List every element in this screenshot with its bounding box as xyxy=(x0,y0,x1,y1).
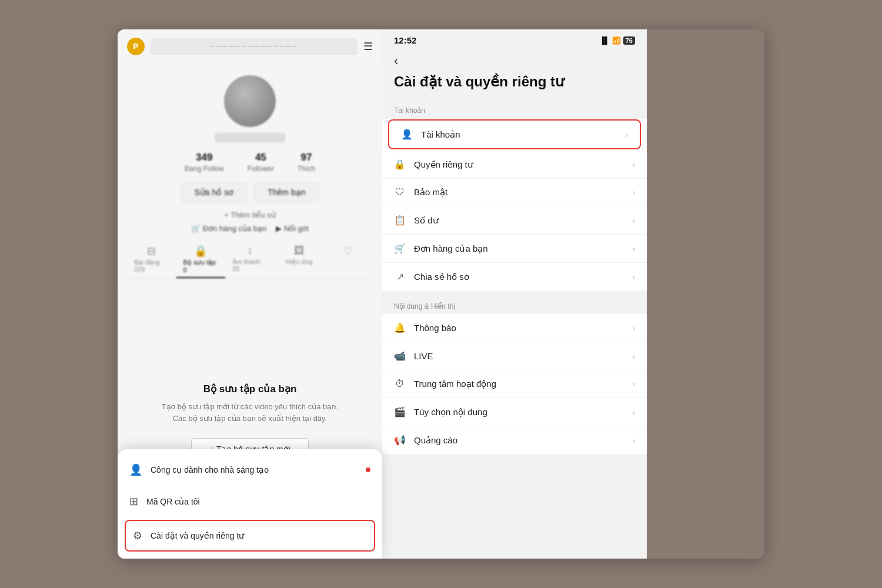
settings-thong-bao[interactable]: 🔔 Thông báo › xyxy=(382,314,647,342)
tab-heart[interactable]: ♡ xyxy=(323,240,373,278)
settings-title: Cài đặt và quyền riêng tư xyxy=(382,71,647,99)
live-chevron: › xyxy=(632,352,635,361)
hamburger-icon[interactable]: ☰ xyxy=(363,40,373,53)
tab-am-thanh-label: Âm thanh 25 xyxy=(232,258,268,272)
tuy-chon-chevron: › xyxy=(632,407,635,417)
bao-mat-label: Bảo mật xyxy=(414,187,632,198)
likes-label: Thích xyxy=(298,165,315,173)
bo-suu-tap-title: Bộ sưu tập của bạn xyxy=(203,383,297,395)
action-buttons: Sửa hồ sơ Thêm bạn xyxy=(181,182,319,202)
tai-khoan-icon: 👤 xyxy=(401,129,413,140)
settings-content: Tài khoản 👤 Tài khoản › 🔒 Quyền riêng tư… xyxy=(382,99,647,559)
bo-suu-tap-desc: Tạo bộ sưu tập mới từ các video yêu thíc… xyxy=(162,401,338,424)
trung-tam-label: Trung tâm hoạt động xyxy=(414,379,632,389)
tab-am-thanh[interactable]: ↕ Âm thanh 25 xyxy=(225,240,275,278)
username-text: ────────────── xyxy=(209,43,298,50)
menu-item-cai-dat[interactable]: ⚙ Cài đặt và quyền riêng tư xyxy=(125,520,375,552)
bao-mat-chevron: › xyxy=(632,188,635,197)
tab-bo-suu-tap-label: Bộ sưu tập 0 xyxy=(183,259,219,273)
settings-so-du[interactable]: 📋 Số dư › xyxy=(382,206,647,235)
stat-followers: 45 Follower xyxy=(248,152,274,173)
tuy-chon-icon: 🎬 xyxy=(394,406,406,417)
don-hang-link[interactable]: 🛒 Đơn hàng của bạn xyxy=(191,224,266,233)
stat-likes: 97 Thích xyxy=(298,152,315,173)
quyen-rieng-tu-icon: 🔒 xyxy=(394,159,406,170)
cai-dat-label: Cài đặt và quyền riêng tư xyxy=(151,531,244,540)
tuy-chon-label: Tùy chọn nội dung xyxy=(414,407,632,417)
settings-don-hang[interactable]: 🛒 Đơn hàng của bạn › xyxy=(382,235,647,263)
chia-se-chevron: › xyxy=(632,272,635,282)
thong-bao-label: Thông báo xyxy=(414,323,632,333)
don-hang-chevron: › xyxy=(632,244,635,253)
status-icons: ▐▌ 📶 76 xyxy=(600,36,635,45)
tab-bai-dang[interactable]: ⊟ Bài đăng 229 xyxy=(127,240,176,278)
ma-qr-label: Mã QR của tôi xyxy=(146,497,200,506)
stat-following: 349 Đang Follow xyxy=(185,152,224,173)
tai-khoan-label: Tài khoản xyxy=(421,129,625,140)
username-display xyxy=(215,133,285,142)
wifi-icon: 📶 xyxy=(612,36,621,45)
quyen-rieng-tu-label: Quyền riêng tư xyxy=(414,159,632,170)
live-icon: 📹 xyxy=(394,350,406,362)
avatar xyxy=(224,75,276,127)
tab-hieu-ung-label: Hiệu ứng xyxy=(286,258,313,266)
status-time: 12:52 xyxy=(394,35,416,45)
don-hang-settings-icon: 🛒 xyxy=(394,243,406,254)
tab-bo-suu-tap[interactable]: 🔒 Bộ sưu tập 0 xyxy=(176,240,226,278)
settings-tuy-chon-noi-dung[interactable]: 🎬 Tùy chọn nội dung › xyxy=(382,398,647,426)
extra-links: 🛒 Đơn hàng của bạn ▶ Nối gót xyxy=(191,224,309,233)
settings-trung-tam-hoat-dong[interactable]: ⏱ Trung tâm hoạt động › xyxy=(382,370,647,398)
red-dot xyxy=(366,467,370,472)
status-bar: 12:52 ▐▌ 📶 76 xyxy=(382,29,647,49)
noi-dung-group: 🔔 Thông báo › 📹 LIVE › ⏱ Trung tâm hoạt … xyxy=(382,314,647,454)
quang-cao-chevron: › xyxy=(632,436,635,445)
hieu-ung-icon: 🖼 xyxy=(294,245,305,257)
cong-cu-label: Công cụ dành cho nhà sáng tạo xyxy=(151,465,269,475)
so-du-label: Số dư xyxy=(414,215,632,226)
bao-mat-icon: 🛡 xyxy=(394,187,406,198)
followers-label: Follower xyxy=(248,165,274,173)
section-noi-dung-label: Nội dung & Hiển thị xyxy=(382,295,647,314)
menu-item-cong-cu[interactable]: 👤 Công cụ dành cho nhà sáng tạo xyxy=(118,454,382,486)
following-count: 349 xyxy=(196,152,212,163)
so-du-icon: 📋 xyxy=(394,215,406,226)
cong-cu-icon: 👤 xyxy=(129,463,142,476)
tai-khoan-chevron: › xyxy=(625,130,628,139)
battery-indicator: 76 xyxy=(623,36,635,45)
quyen-rieng-tu-chevron: › xyxy=(632,160,635,169)
settings-live[interactable]: 📹 LIVE › xyxy=(382,342,647,370)
sua-ho-so-button[interactable]: Sửa hồ sơ xyxy=(181,182,248,202)
so-du-chevron: › xyxy=(632,216,635,225)
logo: P xyxy=(127,38,145,55)
main-container: P ────────────── ☰ 349 Đang Follow 45 Fo… xyxy=(118,29,764,559)
chia-se-icon: ↗ xyxy=(394,271,406,282)
settings-chia-se-ho-so[interactable]: ↗ Chia sẻ hồ sơ › xyxy=(382,263,647,290)
thong-bao-icon: 🔔 xyxy=(394,322,406,333)
settings-quyen-rieng-tu[interactable]: 🔒 Quyền riêng tư › xyxy=(382,151,647,179)
tab-hieu-ung[interactable]: 🖼 Hiệu ứng xyxy=(275,240,324,278)
left-panel: P ────────────── ☰ 349 Đang Follow 45 Fo… xyxy=(118,29,382,559)
right-panel: 12:52 ▐▌ 📶 76 ‹ Cài đặt và quyền riêng t… xyxy=(382,29,647,559)
settings-tai-khoan[interactable]: 👤 Tài khoản › xyxy=(388,119,641,149)
ma-qr-icon: ⊞ xyxy=(129,495,138,508)
noi-got-text: ▶ Nối gót xyxy=(276,224,309,233)
them-tieu-su-link[interactable]: + Thêm tiểu sử xyxy=(224,211,276,219)
bo-suu-tap-icon: 🔒 xyxy=(194,245,207,258)
followers-count: 45 xyxy=(255,152,266,163)
stats-row: 349 Đang Follow 45 Follower 97 Thích xyxy=(185,152,315,173)
don-hang-text: 🛒 Đơn hàng của bạn xyxy=(191,224,266,233)
them-ban-button[interactable]: Thêm bạn xyxy=(254,182,319,202)
tab-bai-dang-label: Bài đăng 229 xyxy=(134,259,169,273)
live-label: LIVE xyxy=(414,351,632,361)
cai-dat-icon: ⚙ xyxy=(133,529,142,542)
signal-icon: ▐▌ xyxy=(600,36,610,45)
settings-quang-cao[interactable]: 📢 Quảng cáo › xyxy=(382,426,647,454)
quang-cao-icon: 📢 xyxy=(394,435,406,446)
noi-got-link[interactable]: ▶ Nối gót xyxy=(276,224,309,233)
back-button[interactable]: ‹ xyxy=(382,49,647,71)
chia-se-label: Chia sẻ hồ sơ xyxy=(414,272,632,282)
following-label: Đang Follow xyxy=(185,165,224,173)
settings-bao-mat[interactable]: 🛡 Bảo mật › xyxy=(382,179,647,206)
heart-icon: ♡ xyxy=(343,245,353,258)
menu-item-ma-qr[interactable]: ⊞ Mã QR của tôi xyxy=(118,486,382,517)
